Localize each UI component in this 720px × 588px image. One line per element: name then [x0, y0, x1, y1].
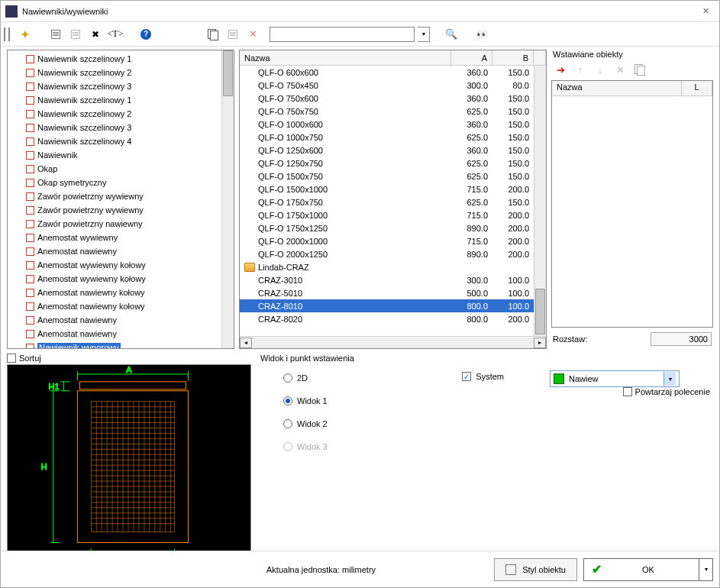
close-button[interactable]: ✕ [696, 4, 715, 19]
object-style-button[interactable]: Styl obiektu [494, 558, 577, 581]
list-button-1[interactable] [47, 25, 65, 44]
copy-button-side[interactable] [634, 63, 646, 76]
grid-row[interactable]: CRAZ-8020800.0200.0 [240, 312, 546, 325]
grid-row[interactable]: CRAZ-5010500.0100.0 [240, 286, 546, 299]
tree-checkbox[interactable] [26, 330, 34, 338]
tree-checkbox[interactable] [26, 234, 34, 242]
grid-row[interactable]: QLF-O 1750x750625.0150.0 [240, 195, 546, 208]
tree-checkbox[interactable] [26, 302, 34, 311]
grid-row[interactable]: QLF-O 1750x1250890.0200.0 [240, 221, 546, 234]
preview-viewport[interactable]: A H1 H A1 [7, 364, 251, 551]
scroll-left[interactable]: ◂ [240, 338, 252, 348]
tree-checkbox[interactable] [26, 220, 34, 228]
list-button-3[interactable] [224, 25, 242, 44]
category-tree[interactable]: Nawiewnik szczelinowy 1Nawiewnik szczeli… [7, 50, 234, 349]
tree-item[interactable]: Nawiewnik szczelinowy 3 [21, 79, 234, 93]
tree-item[interactable]: Anemostat nawiewny [21, 244, 234, 258]
tree-checkbox[interactable] [26, 247, 34, 256]
col-header-name[interactable]: Nazwa [240, 50, 451, 65]
tree-checkbox[interactable] [26, 275, 34, 283]
inserted-grid[interactable]: Nazwa L [551, 80, 713, 328]
grid-row[interactable]: QLF-O 1500x750625.0150.0 [240, 170, 546, 183]
tree-item[interactable]: Nawiewnik szczelinowy 1 [21, 93, 234, 107]
tree-checkbox[interactable] [26, 344, 34, 350]
grid-row[interactable]: QLF-O 1750x1000715.0200.0 [240, 208, 546, 221]
search-input[interactable] [270, 27, 415, 42]
grid-row[interactable]: QLF-O 2000x1250890.0200.0 [240, 247, 546, 260]
grid-row[interactable]: QLF-O 750x600360.0150.0 [240, 92, 546, 105]
tree-checkbox[interactable] [26, 82, 34, 91]
system-combo[interactable]: Nawiew ▾ [550, 370, 680, 387]
spacing-input[interactable] [651, 332, 712, 346]
ok-button[interactable]: ✔ OK ▾ [583, 558, 713, 581]
tree-checkbox[interactable] [26, 96, 34, 105]
find-all-button[interactable]: 👀 [473, 25, 491, 44]
tree-scrollbar[interactable] [221, 50, 234, 348]
view-radio-1[interactable]: Widok 1 [283, 396, 416, 405]
tree-item[interactable]: Zawór powietrzny wywiewny [21, 203, 234, 217]
view-radio-2[interactable]: Widok 2 [283, 419, 416, 428]
insert-button[interactable]: ➔ [554, 63, 567, 76]
add-button[interactable]: ✦ [16, 25, 34, 44]
grid-body[interactable]: QLF-O 600x600360.0150.0QLF-O 750x450300.… [240, 66, 546, 336]
tree-checkbox[interactable] [26, 69, 34, 77]
tree-item[interactable]: Anemostat nawiewny [21, 313, 234, 327]
delete-button[interactable]: ✕ [244, 25, 262, 44]
tree-item[interactable]: Zawór powietrzny wywiewny [21, 189, 234, 203]
tree-item[interactable]: Nawiewnik szczelinowy 4 [21, 134, 234, 148]
side-col-l[interactable]: L [682, 81, 712, 95]
tree-item[interactable]: Anemostat nawiewny kołowy [21, 299, 234, 313]
tree-checkbox[interactable] [26, 165, 34, 173]
grid-row[interactable]: QLF-O 1500x1000715.0200.0 [240, 183, 546, 195]
tree-checkbox[interactable] [26, 179, 34, 187]
scroll-thumb[interactable] [535, 289, 545, 334]
scroll-right[interactable]: ▸ [534, 338, 546, 348]
grid-row[interactable]: QLF-O 1250x750625.0150.0 [240, 157, 546, 170]
tree-item[interactable]: Nawiewnik szczelinowy 2 [21, 107, 234, 121]
tree-item[interactable]: Anemostat wywiewny [21, 231, 234, 244]
copy-button[interactable] [204, 25, 222, 44]
col-header-a[interactable]: A [451, 50, 492, 65]
tree-checkbox[interactable] [26, 289, 34, 297]
tree-item[interactable]: Nawiewnik wyporowy [21, 341, 234, 349]
tree-item[interactable]: Nawiewnik szczelinowy 1 [21, 52, 234, 66]
tree-checkbox[interactable] [26, 192, 34, 201]
tree-item[interactable]: Zawór powietrzny nawiewny [21, 217, 234, 231]
grid-row[interactable]: QLF-O 1000x750625.0150.0 [240, 131, 546, 144]
grid-row[interactable]: QLF-O 2000x1000715.0200.0 [240, 234, 546, 247]
tree-item[interactable]: Nawiewnik szczelinowy 3 [21, 121, 234, 134]
tree-checkbox[interactable] [26, 316, 34, 325]
help-button[interactable]: ? [137, 25, 155, 44]
side-col-name[interactable]: Nazwa [552, 81, 682, 95]
tree-item[interactable]: Nawiewnik [21, 148, 234, 162]
view-radio-0[interactable]: 2D [283, 373, 416, 383]
grid-hscrollbar[interactable]: ◂ ▸ [240, 336, 546, 348]
grid-row[interactable]: QLF-O 600x600360.0150.0 [240, 66, 546, 79]
repeat-checkbox[interactable] [623, 387, 632, 396]
grid-row[interactable]: QLF-O 750x450300.080.0 [240, 79, 546, 92]
col-header-b[interactable]: B [492, 50, 534, 65]
grid-row[interactable]: QLF-O 1250x600360.0150.0 [240, 144, 546, 157]
grid-vscrollbar[interactable] [534, 66, 546, 336]
grid-row[interactable]: QLF-O 1000x600360.0150.0 [240, 118, 546, 131]
tree-checkbox[interactable] [26, 137, 34, 146]
ok-dropdown[interactable]: ▾ [699, 559, 712, 580]
tree-item[interactable]: Okap [21, 162, 234, 176]
tree-item[interactable]: Anemostat wywiewny kołowy [21, 272, 234, 286]
grid-group-row[interactable]: Lindab-CRAZ [240, 260, 546, 273]
remove-button[interactable]: ✕ [614, 63, 626, 76]
move-down-button[interactable]: ↓ [594, 63, 606, 76]
tree-checkbox[interactable] [26, 261, 34, 270]
tree-checkbox[interactable] [26, 55, 34, 63]
grid-row[interactable]: CRAZ-8010800.0100.0 [240, 299, 546, 312]
search-history-dropdown[interactable]: ▾ [418, 27, 430, 42]
grid-row[interactable]: CRAZ-3010300.0100.0 [240, 273, 546, 286]
system-checkbox[interactable] [462, 372, 471, 381]
tree-checkbox[interactable] [26, 151, 34, 160]
find-button[interactable]: 🔍 [442, 25, 460, 44]
tree-item[interactable]: Anemostat nawiewny [21, 327, 234, 341]
tools-button[interactable]: ✖ [86, 25, 105, 44]
tree-checkbox[interactable] [26, 110, 34, 118]
scroll-thumb[interactable] [223, 50, 233, 96]
move-up-button[interactable]: ↑ [574, 63, 586, 76]
